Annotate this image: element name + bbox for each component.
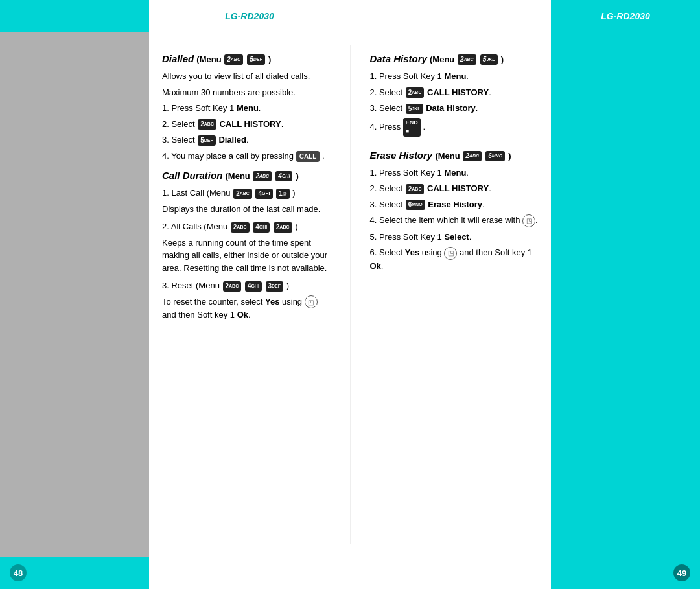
dialled-key-2abc: 2ABC xyxy=(224,54,243,65)
erase-history-step3: 3. Select 6MNO Erase History. xyxy=(370,198,539,211)
dialled-step3-key: 5DEF xyxy=(198,135,216,146)
last-call-label: 1. Last Call (Menu 2ABC 4GHI 1@ ) xyxy=(162,187,331,200)
footer-right xyxy=(350,557,551,589)
call-duration-section: Call Duration (Menu 2ABC 4GHI ) 1. Last … xyxy=(162,170,331,321)
left-column: Dialled (Menu 2ABC 5DEF ) Allows you to … xyxy=(162,45,351,544)
nav-icon-reset: ◳ xyxy=(305,295,318,308)
all-calls-menu: (Menu xyxy=(204,222,229,231)
dialled-line-3: 1. Press Soft Key 1 Menu. xyxy=(162,102,331,115)
all-calls-label: 2. All Calls (Menu 2ABC 4GHI 2ABC ) xyxy=(162,220,331,233)
content-area: Dialled (Menu 2ABC 5DEF ) Allows you to … xyxy=(149,32,551,557)
call-duration-key-2abc: 2ABC xyxy=(253,171,272,181)
nav-icon-erase-4: ◳ xyxy=(522,214,535,227)
erase-history-step2: 2. Select 2ABC CALL HISTORY. xyxy=(370,182,539,195)
all-calls-key-2abc-2: 2ABC xyxy=(274,222,292,233)
erase-history-key-6mno: 6MNO xyxy=(485,151,505,161)
data-history-paren-close: ) xyxy=(501,54,504,64)
main-content: LG-RD2030 Dialled (Menu 2ABC 5DEF ) Allo… xyxy=(149,0,551,589)
reset-menu: (Menu xyxy=(196,281,222,290)
right-sidebar-top-accent: LG-RD2030 xyxy=(551,0,700,32)
dialled-menu-label: (Menu xyxy=(196,54,224,64)
dialled-line-4: 2. Select 2ABC CALL HISTORY. xyxy=(162,118,331,131)
erase-history-step6: 6. Select Yes using ◳ and then Soft key … xyxy=(370,246,539,272)
reset-label: 3. Reset (Menu 2ABC 4GHI 3DEF ) xyxy=(162,279,331,292)
erase-history-menu-label: (Menu xyxy=(435,151,462,161)
header-row: LG-RD2030 xyxy=(149,0,551,32)
page-number-right: 49 xyxy=(673,564,690,581)
reset-paren-close: ) xyxy=(286,281,289,290)
right-sidebar: LG-RD2030 49 xyxy=(551,0,700,589)
data-history-step3: 3. Select 5JKL Data History. xyxy=(370,102,539,115)
erase-history-step3-key: 6MNO xyxy=(406,200,425,210)
all-calls-text: Keeps a running count of the time spent … xyxy=(162,237,331,275)
reset-key-2abc: 2ABC xyxy=(223,281,242,292)
dialled-line-6: 4. You may place a call by pressing CALL… xyxy=(162,150,331,163)
header-right xyxy=(350,0,551,32)
nav-icon-erase-6: ◳ xyxy=(444,247,457,260)
page-number-left: 48 xyxy=(10,564,27,581)
erase-history-step2-key: 2ABC xyxy=(406,184,425,194)
right-sidebar-bottom-accent: 49 xyxy=(551,557,700,589)
data-history-step2-key: 2ABC xyxy=(406,87,425,98)
call-duration-title: Call Duration (Menu 2ABC 4GHI ) xyxy=(162,170,331,181)
call-icon: CALL xyxy=(296,151,320,162)
dialled-step2-key: 2ABC xyxy=(198,119,216,130)
data-history-key-2abc: 2ABC xyxy=(458,54,476,65)
dialled-paren-close: ) xyxy=(268,54,271,64)
data-history-step3-key: 5JKL xyxy=(406,104,423,114)
header-left: LG-RD2030 xyxy=(149,0,350,32)
end-badge-data-history: END■ xyxy=(403,118,421,137)
left-sidebar-bottom-accent: 48 xyxy=(0,557,149,589)
dialled-line-2: Maximum 30 numbers are possible. xyxy=(162,86,331,99)
reset-text: To reset the counter, select Yes using ◳… xyxy=(162,295,331,321)
data-history-menu-label: (Menu xyxy=(430,54,457,64)
all-calls-key-4ghi: 4GHI xyxy=(253,222,270,233)
dialled-section: Dialled (Menu 2ABC 5DEF ) Allows you to … xyxy=(162,53,331,162)
erase-history-section: Erase History (Menu 2ABC 6MNO ) 1. Press… xyxy=(370,150,539,273)
erase-history-paren-close: ) xyxy=(508,151,511,161)
right-header-title: LG-RD2030 xyxy=(601,11,649,21)
erase-history-step1: 1. Press Soft Key 1 Menu. xyxy=(370,167,539,179)
last-call-key-1: 1@ xyxy=(276,189,289,199)
dialled-key-5def: 5DEF xyxy=(247,54,265,65)
data-history-title: Data History (Menu 2ABC 5JKL ) xyxy=(370,53,539,65)
erase-history-title: Erase History (Menu 2ABC 6MNO ) xyxy=(370,150,539,161)
left-sidebar-top-accent xyxy=(0,0,149,32)
data-history-key-5jkl: 5JKL xyxy=(480,54,498,65)
call-duration-key-4ghi: 4GHI xyxy=(275,171,292,181)
dialled-line-5: 3. Select 5DEF Dialled. xyxy=(162,133,331,146)
footer-row xyxy=(149,557,551,589)
left-header-title: LG-RD2030 xyxy=(225,11,274,21)
last-call-key-4ghi: 4GHI xyxy=(255,189,272,199)
left-sidebar: 48 xyxy=(0,0,149,589)
data-history-section: Data History (Menu 2ABC 5JKL ) 1. Press … xyxy=(370,53,539,137)
footer-left xyxy=(149,557,350,589)
reset-key-3def: 3DEF xyxy=(266,281,284,292)
right-column: Data History (Menu 2ABC 5JKL ) 1. Press … xyxy=(351,45,539,544)
dialled-title: Dialled (Menu 2ABC 5DEF ) xyxy=(162,53,331,65)
data-history-step2: 2. Select 2ABC CALL HISTORY. xyxy=(370,86,539,99)
erase-history-step4: 4. Select the item which it will erase w… xyxy=(370,214,539,227)
all-calls-paren-close: ) xyxy=(295,222,298,231)
last-call-paren-close: ) xyxy=(292,188,295,198)
call-duration-paren-close: ) xyxy=(296,171,299,181)
erase-history-key-2abc: 2ABC xyxy=(463,151,482,161)
last-call-menu: (Menu xyxy=(207,188,233,198)
all-calls-key-2abc-1: 2ABC xyxy=(231,222,250,233)
dialled-line-1: Allows you to view list of all dialed ca… xyxy=(162,70,331,83)
erase-history-step5: 5. Press Soft Key 1 Select. xyxy=(370,231,539,244)
last-call-key-2abc: 2ABC xyxy=(233,189,252,199)
last-call-text: Displays the duration of the last call m… xyxy=(162,203,331,216)
reset-key-4ghi: 4GHI xyxy=(245,281,262,292)
data-history-step4: 4. Press END■ . xyxy=(370,118,539,137)
call-duration-menu-label: (Menu xyxy=(226,171,253,181)
data-history-step1: 1. Press Soft Key 1 Menu. xyxy=(370,70,539,83)
